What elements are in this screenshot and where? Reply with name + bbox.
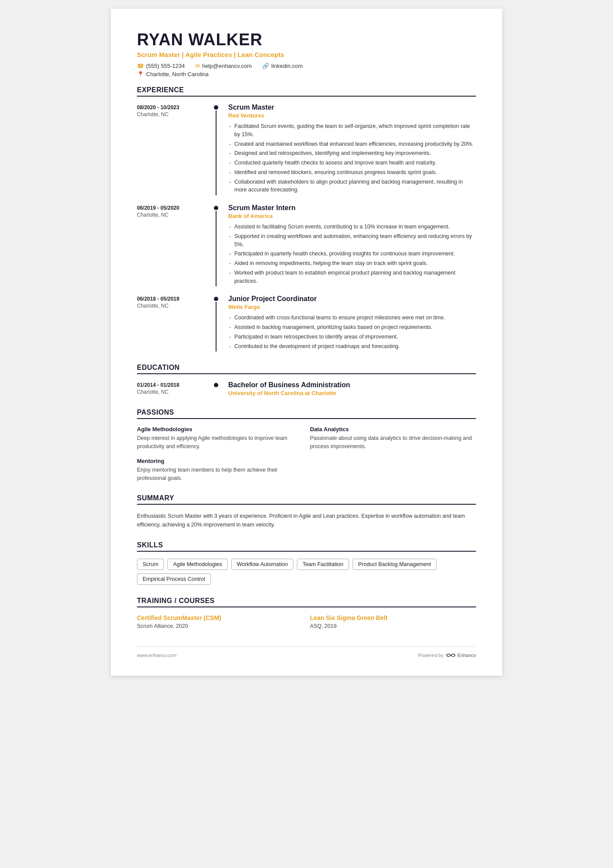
passions-section: PASSIONS Agile Methodologies Deep intere… [137,409,476,482]
exp-line-3 [216,302,217,352]
header: RYAN WALKER Scrum Master | Agile Practic… [137,30,476,77]
passion-item-2: Data Analytics Passionate about using da… [310,426,476,451]
bullet-3-2: Assisted in backlog management, prioriti… [228,323,476,332]
education-item-1: 01/2014 - 01/2018 Charlotte, NC Bachelor… [137,381,476,396]
passions-grid: Agile Methodologies Deep interest in app… [137,426,476,482]
exp-company-3: Wells Fargo [228,304,476,310]
training-section-title: TRAINING / COURSES [137,597,476,607]
passion-desc-1: Deep interest in applying Agile methodol… [137,434,303,451]
header-title: Scrum Master | Agile Practices | Lean Co… [137,51,476,58]
footer: www.enhancv.com Powered by Enhancv [137,647,476,658]
summary-section: SUMMARY Enthusiastic Scrum Master with 3… [137,494,476,529]
training-item-1: Certified ScrumMaster (CSM) Scrum Allian… [137,614,303,629]
bullet-3-3: Participated in team retrospectives to i… [228,333,476,341]
bullet-1-6: Collaborated with stakeholders to align … [228,178,476,194]
exp-bullets-2: Assisted in facilitating Scrum events, c… [228,223,476,285]
exp-location-3: Charlotte, NC [137,303,211,309]
exp-divider-1 [211,104,221,195]
exp-line-1 [216,111,217,195]
skill-tag-3: Workflow Automation [231,559,293,570]
experience-item-2: 06/2019 - 05/2020 Charlotte, NC Scrum Ma… [137,204,476,286]
edu-divider-1 [211,381,221,396]
bullet-1-1: Facilitated Scrum events, guiding the te… [228,122,476,139]
bullet-2-1: Assisted in facilitating Scrum events, c… [228,223,476,231]
passion-title-3: Mentoring [137,458,303,464]
passion-desc-2: Passionate about using data analytics to… [310,434,476,451]
summary-text: Enthusiastic Scrum Master with 3 years o… [137,512,476,529]
passion-title-2: Data Analytics [310,426,476,432]
exp-left-1: 08/2020 - 10/2023 Charlotte, NC [137,104,211,195]
exp-right-2: Scrum Master Intern Bank of America Assi… [221,204,476,286]
summary-section-title: SUMMARY [137,494,476,505]
passion-desc-3: Enjoy mentoring team members to help the… [137,466,303,483]
passion-item-1: Agile Methodologies Deep interest in app… [137,426,303,451]
edu-right-1: Bachelor of Business Administration Univ… [221,381,476,396]
bullet-1-2: Created and maintained workflows that en… [228,140,476,148]
exp-divider-2 [211,204,221,286]
exp-company-1: Red Ventures [228,112,476,119]
phone-value: (555) 555-1234 [146,63,185,69]
email-item: ✉ help@enhancv.com [195,63,252,69]
experience-item-3: 06/2018 - 05/2019 Charlotte, NC Junior P… [137,295,476,352]
training-title-2: Lean Six Sigma Green Belt [310,614,476,621]
exp-location-2: Charlotte, NC [137,212,211,218]
experience-section: EXPERIENCE 08/2020 - 10/2023 Charlotte, … [137,86,476,352]
training-section: TRAINING / COURSES Certified ScrumMaster… [137,597,476,629]
bullet-3-4: Contributed to the development of projec… [228,342,476,351]
edu-dot-1 [214,383,218,387]
exp-divider-3 [211,295,221,352]
education-section-title: EDUCATION [137,364,476,374]
header-contact: ☎ (555) 555-1234 ✉ help@enhancv.com 🔗 li… [137,63,476,69]
skill-tag-4: Team Facilitation [297,559,349,570]
bullet-2-3: Participated in quarterly health checks,… [228,250,476,258]
skill-tag-5: Product Backlog Management [353,559,436,570]
exp-dot-2 [214,206,218,210]
exp-role-1: Scrum Master [228,104,476,111]
training-title-1: Certified ScrumMaster (CSM) [137,614,303,621]
skills-container: Scrum Agile Methodologies Workflow Autom… [137,559,476,585]
enhancv-svg-icon [446,652,456,658]
bullet-1-5: Identified and removed blockers, ensurin… [228,168,476,177]
training-org-2: ASQ, 2019 [310,623,476,629]
email-icon: ✉ [195,63,200,69]
exp-date-2: 06/2019 - 05/2020 [137,205,211,211]
skill-tag-6: Empirical Process Control [137,573,211,585]
bullet-3-1: Coordinated with cross-functional teams … [228,314,476,322]
location-value: Charlotte, North Carolina [146,71,209,77]
exp-bullets-3: Coordinated with cross-functional teams … [228,314,476,350]
bullet-2-2: Supported in creating workflows and auto… [228,232,476,249]
exp-left-2: 06/2019 - 05/2020 Charlotte, NC [137,204,211,286]
exp-right-1: Scrum Master Red Ventures Facilitated Sc… [221,104,476,195]
enhancv-logo: Enhancv [446,652,476,658]
bullet-2-5: Worked with product team to establish em… [228,269,476,285]
edu-left-1: 01/2014 - 01/2018 Charlotte, NC [137,381,211,396]
resume-container: RYAN WALKER Scrum Master | Agile Practic… [111,9,502,676]
linkedin-item: 🔗 linkedin.com [262,63,303,69]
exp-right-3: Junior Project Coordinator Wells Fargo C… [221,295,476,352]
training-org-1: Scrum Alliance, 2020 [137,623,303,629]
education-section: EDUCATION 01/2014 - 01/2018 Charlotte, N… [137,364,476,396]
edu-degree-1: Bachelor of Business Administration [228,381,476,389]
location-icon: 📍 [137,71,144,77]
training-item-2: Lean Six Sigma Green Belt ASQ, 2019 [310,614,476,629]
bullet-2-4: Aided in removing impediments, helping t… [228,259,476,268]
edu-location-1: Charlotte, NC [137,389,211,395]
passion-title-1: Agile Methodologies [137,426,303,432]
skills-section: SKILLS Scrum Agile Methodologies Workflo… [137,541,476,585]
linkedin-value: linkedin.com [271,63,303,69]
email-value: help@enhancv.com [202,63,252,69]
phone-item: ☎ (555) 555-1234 [137,63,185,69]
skills-section-title: SKILLS [137,541,476,552]
exp-dot-3 [214,297,218,301]
exp-date-1: 08/2020 - 10/2023 [137,104,211,111]
passion-item-3: Mentoring Enjoy mentoring team members t… [137,458,303,483]
skill-tag-2: Agile Methodologies [167,559,228,570]
exp-date-3: 06/2018 - 05/2019 [137,296,211,302]
footer-website: www.enhancv.com [137,653,177,658]
edu-date-1: 01/2014 - 01/2018 [137,382,211,388]
edu-school-1: University of North Carolina at Charlott… [228,390,476,396]
footer-brand: Powered by Enhancv [418,652,476,658]
exp-dot-1 [214,105,218,110]
exp-company-2: Bank of America [228,213,476,219]
exp-left-3: 06/2018 - 05/2019 Charlotte, NC [137,295,211,352]
